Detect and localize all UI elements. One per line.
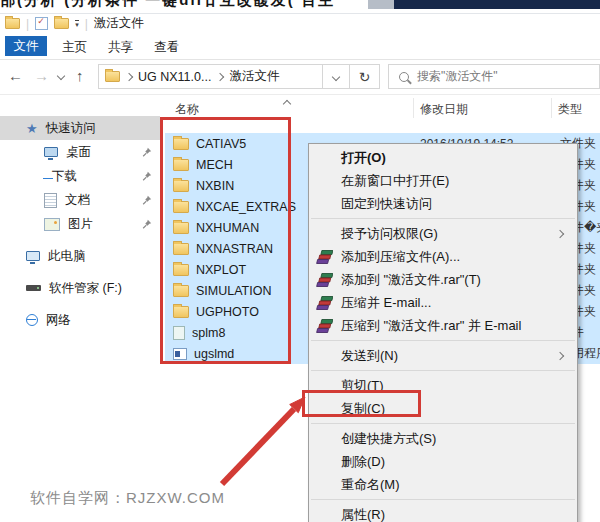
breadcrumb-current[interactable]: 激活文件	[229, 68, 279, 85]
menu-item-label: 创建快捷方式(S)	[341, 431, 436, 446]
forward-icon[interactable]: →	[34, 67, 49, 84]
pin-icon	[142, 218, 152, 232]
pin-icon	[142, 170, 152, 184]
file-menu-button[interactable]: 文件	[5, 36, 47, 56]
ribbon-tab-row	[0, 33, 600, 60]
sidebar-item-label: 桌面	[66, 144, 91, 161]
menu-item-send-to[interactable]: 发送到(N)	[309, 344, 577, 367]
properties-check-icon[interactable]	[35, 17, 48, 30]
menu-item-label: 删除(D)	[341, 454, 385, 469]
sidebar-item-desktop[interactable]: 桌面	[0, 140, 160, 164]
customize-toolbar-icon[interactable]: ▾	[75, 20, 79, 27]
search-input[interactable]: 搜索"激活文件"	[388, 64, 600, 89]
menu-item-label: 重命名(M)	[341, 477, 400, 492]
menu-item-label: 压缩到 "激活文件.rar" 并 E-mail	[341, 318, 521, 333]
column-header-type[interactable]: 类型	[558, 101, 582, 118]
sidebar-item-label: 网络	[46, 312, 71, 329]
computer-icon	[26, 251, 40, 261]
menu-separator	[311, 499, 575, 500]
menu-item-compress-email[interactable]: 压缩并 E-mail...	[309, 291, 577, 314]
menu-item-give-access[interactable]: 授予访问权限(G)	[309, 222, 577, 245]
menu-item-add-to-rar[interactable]: 添加到 "激活文件.rar"(T)	[309, 268, 577, 291]
sidebar-item-label: 文档	[65, 192, 90, 209]
watermark: 软件自学网：RJZXW.COM	[30, 489, 225, 508]
sidebar-item-label: 图片	[68, 216, 93, 233]
sidebar-item-network[interactable]: 网络	[0, 308, 160, 332]
sidebar-item-documents[interactable]: 文档	[0, 188, 160, 212]
tab-share[interactable]: 共享	[108, 39, 133, 56]
menu-item-create-shortcut[interactable]: 创建快捷方式(S)	[309, 427, 577, 450]
menu-separator	[311, 370, 575, 371]
address-dropdown-button[interactable]	[323, 64, 350, 89]
picture-icon	[44, 218, 60, 231]
menu-item-open-new-window[interactable]: 在新窗口中打开(E)	[309, 169, 577, 192]
drive-icon	[26, 285, 41, 291]
title-bar: | ▾ | 激活文件	[0, 14, 600, 33]
annotation-arrow	[198, 390, 318, 490]
tab-home[interactable]: 主页	[62, 39, 87, 56]
menu-item-label: 授予访问权限(G)	[341, 226, 438, 241]
sidebar-item-quick-access[interactable]: ★快速访问	[0, 116, 160, 140]
search-icon	[399, 72, 409, 82]
background-clipped-text: 部(分析 (分析条件 一键dll廿互改馥发( 百主	[0, 0, 390, 11]
menu-item-label: 属性(R)	[341, 507, 385, 522]
highlight-box-file-list	[160, 117, 291, 364]
sidebar-item-label: 软件管家 (F:)	[49, 280, 122, 297]
sidebar-item-pictures[interactable]: 图片	[0, 212, 160, 236]
column-header-date[interactable]: 修改日期	[420, 101, 468, 118]
network-icon	[26, 314, 38, 326]
menu-item-delete[interactable]: 删除(D)	[309, 450, 577, 473]
menu-item-pin-to-quick-access[interactable]: 固定到快速访问	[309, 192, 577, 215]
menu-separator	[311, 340, 575, 341]
menu-item-rename[interactable]: 重命名(M)	[309, 473, 577, 496]
window-title: 激活文件	[94, 15, 144, 32]
column-header-name[interactable]: 名称	[175, 101, 199, 118]
sidebar-item-label: 下载	[52, 168, 77, 185]
divider: |	[26, 17, 29, 31]
menu-item-properties[interactable]: 属性(R)	[309, 503, 577, 522]
new-folder-icon[interactable]	[54, 18, 69, 29]
crumb-separator-icon	[216, 72, 224, 80]
background-navy-strip	[394, 0, 600, 9]
menu-item-label: 添加到压缩文件(A)...	[341, 249, 460, 264]
sidebar-item-downloads[interactable]: 下载	[0, 164, 160, 188]
menu-item-label: 打开(O)	[341, 150, 386, 165]
back-icon[interactable]: ←	[8, 67, 23, 84]
chevron-down-icon	[332, 72, 340, 80]
menu-separator	[311, 423, 575, 424]
column-divider[interactable]	[413, 98, 414, 118]
highlight-box-copy	[302, 390, 421, 417]
winrar-icon	[315, 318, 333, 341]
tab-view[interactable]: 查看	[154, 39, 179, 56]
menu-item-label: 固定到快速访问	[341, 196, 432, 211]
sort-chevron-icon[interactable]	[283, 100, 291, 108]
menu-item-open[interactable]: 打开(O)	[309, 146, 577, 169]
navigation-pane: ★快速访问桌面下载文档图片此电脑软件管家 (F:)网络	[0, 108, 160, 332]
menu-item-label: 添加到 "激活文件.rar"(T)	[341, 272, 481, 287]
background-gray-tab	[368, 0, 394, 9]
menu-item-label: 在新窗口中打开(E)	[341, 173, 449, 188]
sidebar-item-this-pc[interactable]: 此电脑	[0, 244, 160, 268]
document-icon	[44, 193, 57, 208]
app-folder-icon	[5, 18, 20, 29]
menu-item-compress-rar-email[interactable]: 压缩到 "激活文件.rar" 并 E-mail	[309, 314, 577, 337]
sidebar-item-label: 快速访问	[46, 120, 96, 137]
sidebar-item-drive-f[interactable]: 软件管家 (F:)	[0, 276, 160, 300]
menu-item-add-to-archive[interactable]: 添加到压缩文件(A)...	[309, 245, 577, 268]
desktop-icon	[44, 147, 58, 157]
menu-item-label: 压缩并 E-mail...	[341, 295, 431, 310]
sidebar-item-label: 此电脑	[48, 248, 86, 265]
breadcrumb-parent[interactable]: UG NX11.0...	[138, 70, 211, 84]
address-bar[interactable]: UG NX11.0... 激活文件	[98, 64, 323, 89]
menu-separator	[311, 218, 575, 219]
submenu-chevron-icon	[556, 230, 564, 238]
column-divider[interactable]	[551, 98, 552, 118]
refresh-button[interactable]: ↻	[350, 64, 380, 89]
up-icon[interactable]: ↑	[76, 67, 84, 84]
crumb-separator-icon	[125, 72, 133, 80]
address-folder-icon	[105, 71, 120, 82]
search-placeholder: 搜索"激活文件"	[417, 68, 498, 85]
star-icon: ★	[26, 122, 38, 135]
submenu-chevron-icon	[556, 352, 564, 360]
divider: |	[85, 17, 88, 31]
